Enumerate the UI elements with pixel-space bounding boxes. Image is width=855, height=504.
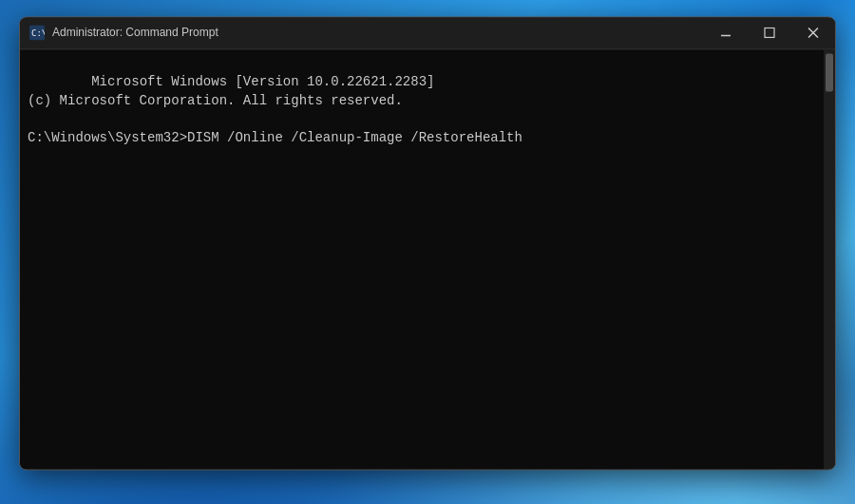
svg-text:C:\: C:\ [31,28,45,38]
maximize-button[interactable] [748,16,791,48]
terminal-output: Microsoft Windows [Version 10.0.22621.22… [28,55,816,167]
minimize-button[interactable] [704,16,748,48]
terminal-content[interactable]: Microsoft Windows [Version 10.0.22621.22… [20,49,824,469]
cmd-icon: C:\ [29,25,45,40]
svg-rect-3 [765,28,774,37]
scrollbar-thumb[interactable] [826,53,833,91]
close-button[interactable] [791,16,835,48]
scrollbar[interactable] [824,49,835,469]
window-title: Administrator: Command Prompt [52,26,218,39]
terminal-line4: C:\Windows\System32>DISM /Online /Cleanu… [28,130,522,145]
cmd-window: C:\ Administrator: Command Prompt [19,16,836,470]
window-controls [704,16,835,48]
titlebar: C:\ Administrator: Command Prompt [20,17,835,49]
titlebar-left: C:\ Administrator: Command Prompt [20,25,218,40]
terminal-area: Microsoft Windows [Version 10.0.22621.22… [20,49,835,469]
terminal-line1: Microsoft Windows [Version 10.0.22621.22… [91,75,434,90]
terminal-line2: (c) Microsoft Corporation. All rights re… [28,93,403,108]
